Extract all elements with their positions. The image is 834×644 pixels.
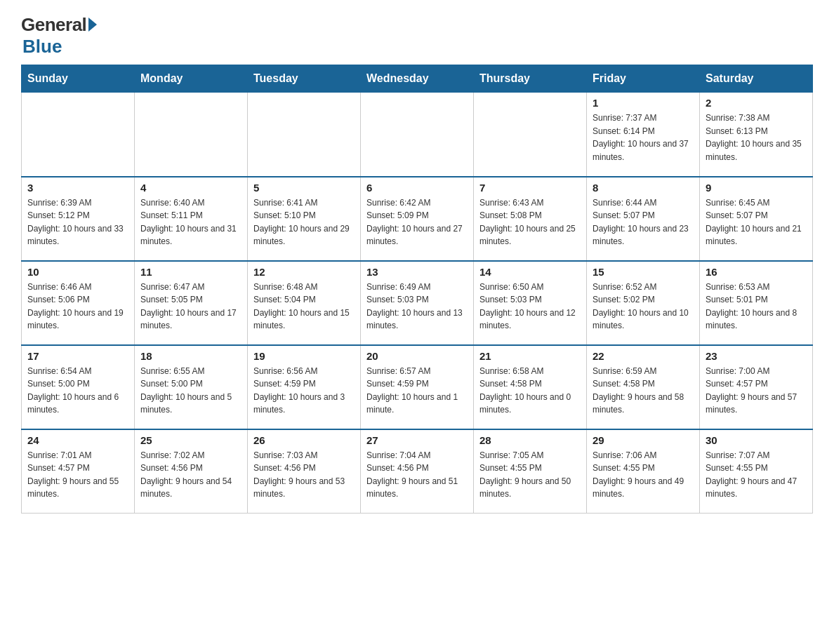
calendar-cell-week2-day5: 7Sunrise: 6:43 AMSunset: 5:08 PMDaylight… (474, 177, 587, 261)
day-number: 6 (366, 182, 468, 194)
calendar-cell-week2-day3: 5Sunrise: 6:41 AMSunset: 5:10 PMDaylight… (248, 177, 361, 261)
weekday-header-wednesday: Wednesday (361, 65, 474, 93)
logo-blue-text: Blue (22, 36, 62, 58)
calendar-table: SundayMondayTuesdayWednesdayThursdayFrid… (21, 65, 813, 514)
calendar-week-4: 17Sunrise: 6:54 AMSunset: 5:00 PMDayligh… (22, 345, 813, 429)
day-number: 30 (706, 434, 807, 446)
day-info: Sunrise: 6:48 AMSunset: 5:04 PMDaylight:… (253, 281, 355, 333)
day-number: 8 (593, 182, 694, 194)
day-number: 25 (140, 434, 241, 446)
calendar-cell-week3-day7: 16Sunrise: 6:53 AMSunset: 5:01 PMDayligh… (700, 261, 813, 345)
calendar-cell-week3-day5: 14Sunrise: 6:50 AMSunset: 5:03 PMDayligh… (474, 261, 587, 345)
calendar-cell-week1-day1 (22, 93, 135, 177)
calendar-cell-week5-day6: 29Sunrise: 7:06 AMSunset: 4:55 PMDayligh… (587, 429, 700, 514)
day-info: Sunrise: 7:37 AMSunset: 6:14 PMDaylight:… (593, 112, 694, 163)
calendar-cell-week2-day7: 9Sunrise: 6:45 AMSunset: 5:07 PMDaylight… (700, 177, 813, 261)
calendar-cell-week5-day5: 28Sunrise: 7:05 AMSunset: 4:55 PMDayligh… (474, 429, 587, 514)
day-number: 9 (706, 182, 807, 194)
day-info: Sunrise: 7:04 AMSunset: 4:56 PMDaylight:… (366, 449, 468, 501)
day-info: Sunrise: 7:00 AMSunset: 4:57 PMDaylight:… (706, 365, 807, 417)
day-number: 22 (593, 350, 694, 362)
calendar-cell-week3-day4: 13Sunrise: 6:49 AMSunset: 5:03 PMDayligh… (361, 261, 474, 345)
day-number: 10 (27, 266, 128, 278)
day-number: 24 (27, 434, 128, 446)
day-number: 7 (479, 182, 581, 194)
calendar-cell-week4-day3: 19Sunrise: 6:56 AMSunset: 4:59 PMDayligh… (248, 345, 361, 429)
calendar-cell-week1-day5 (474, 93, 587, 177)
day-info: Sunrise: 6:44 AMSunset: 5:07 PMDaylight:… (593, 196, 694, 248)
day-info: Sunrise: 6:52 AMSunset: 5:02 PMDaylight:… (593, 281, 694, 333)
day-info: Sunrise: 6:53 AMSunset: 5:01 PMDaylight:… (706, 281, 807, 333)
calendar-cell-week5-day2: 25Sunrise: 7:02 AMSunset: 4:56 PMDayligh… (135, 429, 248, 514)
day-number: 2 (706, 97, 807, 109)
weekday-header-sunday: Sunday (22, 65, 135, 93)
calendar-week-5: 24Sunrise: 7:01 AMSunset: 4:57 PMDayligh… (22, 429, 813, 514)
calendar-cell-week4-day5: 21Sunrise: 6:58 AMSunset: 4:58 PMDayligh… (474, 345, 587, 429)
weekday-header-saturday: Saturday (700, 65, 813, 93)
calendar-cell-week4-day7: 23Sunrise: 7:00 AMSunset: 4:57 PMDayligh… (700, 345, 813, 429)
day-info: Sunrise: 7:02 AMSunset: 4:56 PMDaylight:… (140, 449, 241, 501)
day-info: Sunrise: 6:59 AMSunset: 4:58 PMDaylight:… (593, 365, 694, 417)
day-number: 15 (593, 266, 694, 278)
calendar-cell-week4-day1: 17Sunrise: 6:54 AMSunset: 5:00 PMDayligh… (22, 345, 135, 429)
day-info: Sunrise: 6:49 AMSunset: 5:03 PMDaylight:… (366, 281, 468, 333)
day-info: Sunrise: 6:57 AMSunset: 4:59 PMDaylight:… (366, 365, 468, 417)
day-number: 13 (366, 266, 468, 278)
day-number: 1 (593, 97, 694, 109)
day-number: 20 (366, 350, 468, 362)
day-number: 16 (706, 266, 807, 278)
calendar-cell-week3-day1: 10Sunrise: 6:46 AMSunset: 5:06 PMDayligh… (22, 261, 135, 345)
day-info: Sunrise: 7:05 AMSunset: 4:55 PMDaylight:… (479, 449, 581, 501)
day-number: 21 (479, 350, 581, 362)
calendar-cell-week4-day2: 18Sunrise: 6:55 AMSunset: 5:00 PMDayligh… (135, 345, 248, 429)
calendar-cell-week2-day4: 6Sunrise: 6:42 AMSunset: 5:09 PMDaylight… (361, 177, 474, 261)
calendar-cell-week1-day3 (248, 93, 361, 177)
day-number: 23 (706, 350, 807, 362)
weekday-header-friday: Friday (587, 65, 700, 93)
day-number: 3 (27, 182, 128, 194)
day-info: Sunrise: 7:03 AMSunset: 4:56 PMDaylight:… (253, 449, 355, 501)
weekday-header-monday: Monday (135, 65, 248, 93)
day-info: Sunrise: 6:39 AMSunset: 5:12 PMDaylight:… (27, 196, 128, 248)
day-number: 29 (593, 434, 694, 446)
day-info: Sunrise: 7:38 AMSunset: 6:13 PMDaylight:… (706, 112, 807, 163)
day-number: 26 (253, 434, 355, 446)
logo-general-text: General (21, 14, 86, 36)
calendar-cell-week5-day7: 30Sunrise: 7:07 AMSunset: 4:55 PMDayligh… (700, 429, 813, 514)
calendar-cell-week1-day4 (361, 93, 474, 177)
calendar-week-2: 3Sunrise: 6:39 AMSunset: 5:12 PMDaylight… (22, 177, 813, 261)
page-header: General Blue (21, 14, 813, 58)
day-number: 14 (479, 266, 581, 278)
day-number: 18 (140, 350, 241, 362)
day-info: Sunrise: 6:46 AMSunset: 5:06 PMDaylight:… (27, 281, 128, 333)
calendar-cell-week1-day2 (135, 93, 248, 177)
calendar-cell-week4-day6: 22Sunrise: 6:59 AMSunset: 4:58 PMDayligh… (587, 345, 700, 429)
weekday-header-thursday: Thursday (474, 65, 587, 93)
calendar-cell-week1-day6: 1Sunrise: 7:37 AMSunset: 6:14 PMDaylight… (587, 93, 700, 177)
day-info: Sunrise: 6:45 AMSunset: 5:07 PMDaylight:… (706, 196, 807, 248)
day-info: Sunrise: 6:58 AMSunset: 4:58 PMDaylight:… (479, 365, 581, 417)
calendar-cell-week5-day1: 24Sunrise: 7:01 AMSunset: 4:57 PMDayligh… (22, 429, 135, 514)
day-info: Sunrise: 6:40 AMSunset: 5:11 PMDaylight:… (140, 196, 241, 248)
calendar-week-3: 10Sunrise: 6:46 AMSunset: 5:06 PMDayligh… (22, 261, 813, 345)
day-info: Sunrise: 7:01 AMSunset: 4:57 PMDaylight:… (27, 449, 128, 501)
day-info: Sunrise: 6:42 AMSunset: 5:09 PMDaylight:… (366, 196, 468, 248)
logo: General Blue (21, 14, 97, 58)
calendar-cell-week4-day4: 20Sunrise: 6:57 AMSunset: 4:59 PMDayligh… (361, 345, 474, 429)
day-info: Sunrise: 7:07 AMSunset: 4:55 PMDaylight:… (706, 449, 807, 501)
day-info: Sunrise: 6:54 AMSunset: 5:00 PMDaylight:… (27, 365, 128, 417)
calendar-week-1: 1Sunrise: 7:37 AMSunset: 6:14 PMDaylight… (22, 93, 813, 177)
calendar-cell-week3-day3: 12Sunrise: 6:48 AMSunset: 5:04 PMDayligh… (248, 261, 361, 345)
day-info: Sunrise: 6:56 AMSunset: 4:59 PMDaylight:… (253, 365, 355, 417)
day-number: 4 (140, 182, 241, 194)
day-info: Sunrise: 6:47 AMSunset: 5:05 PMDaylight:… (140, 281, 241, 333)
day-info: Sunrise: 6:50 AMSunset: 5:03 PMDaylight:… (479, 281, 581, 333)
day-number: 19 (253, 350, 355, 362)
day-number: 17 (27, 350, 128, 362)
day-info: Sunrise: 6:43 AMSunset: 5:08 PMDaylight:… (479, 196, 581, 248)
day-info: Sunrise: 6:41 AMSunset: 5:10 PMDaylight:… (253, 196, 355, 248)
calendar-cell-week2-day1: 3Sunrise: 6:39 AMSunset: 5:12 PMDaylight… (22, 177, 135, 261)
day-number: 11 (140, 266, 241, 278)
calendar-cell-week3-day2: 11Sunrise: 6:47 AMSunset: 5:05 PMDayligh… (135, 261, 248, 345)
calendar-cell-week5-day3: 26Sunrise: 7:03 AMSunset: 4:56 PMDayligh… (248, 429, 361, 514)
